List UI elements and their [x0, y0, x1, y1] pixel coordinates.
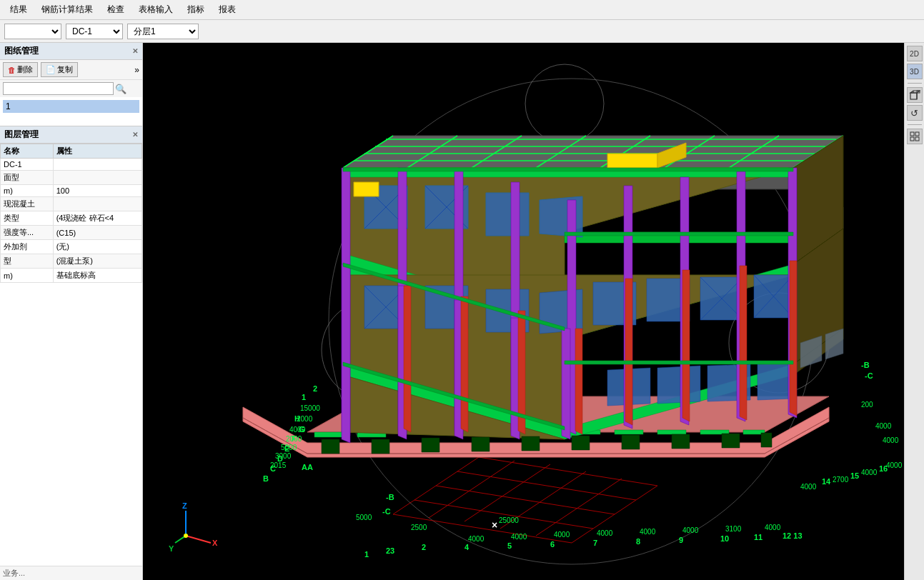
menu-check[interactable]: 检查 — [100, 1, 131, 19]
layer-panel-title: 图层管理 — [4, 129, 39, 141]
drawing-panel-close[interactable]: ✕ — [132, 47, 138, 55]
svg-text:1: 1 — [302, 393, 306, 401]
svg-text:Y: Y — [169, 544, 174, 553]
table-row[interactable]: m) 100 — [1, 185, 142, 197]
svg-text:200: 200 — [861, 401, 873, 409]
menu-rebar-calc[interactable]: 钢筋计算结果 — [34, 1, 100, 19]
menu-results[interactable]: 结果 — [3, 1, 34, 19]
row-name: (C15) — [53, 226, 141, 240]
toolbar-divider-2 — [908, 124, 922, 125]
svg-text:2700: 2700 — [833, 476, 849, 484]
svg-marker-117 — [472, 437, 490, 451]
main-layout: 图纸管理 ✕ 🗑 删除 📄 复制 » 🔍 1 — [0, 43, 924, 580]
svg-text:6: 6 — [550, 540, 555, 549]
layer-table: 名称 属性 DC-1 面型 — [0, 144, 142, 566]
drawing-item[interactable]: 1 — [3, 100, 139, 113]
menu-indicator[interactable]: 指标 — [180, 1, 212, 19]
copy-label: 复制 — [57, 64, 73, 75]
table-row[interactable]: 强度等... (C15) — [1, 226, 142, 240]
bottom-text: 业务... — [0, 566, 142, 580]
svg-text:X: X — [212, 539, 218, 547]
svg-marker-120 — [622, 435, 640, 449]
right-toolbar: 2D 3D ↺ — [904, 43, 924, 580]
layer-panel-close[interactable]: ✕ — [132, 131, 138, 139]
svg-marker-114 — [322, 439, 339, 454]
row-label-strength: 强度等... — [1, 226, 54, 240]
svg-text:2: 2 — [313, 384, 317, 393]
svg-rect-191 — [910, 132, 914, 136]
svg-text:2000: 2000 — [286, 435, 302, 443]
svg-text:4000: 4000 — [682, 526, 699, 534]
svg-text:12 13: 12 13 — [783, 531, 803, 540]
toolbar-select-dc1[interactable]: DC-1 — [66, 24, 123, 39]
table-row[interactable]: 面型 — [1, 171, 142, 185]
svg-marker-79 — [657, 366, 700, 404]
search-input[interactable] — [3, 82, 114, 95]
more-icon[interactable]: » — [134, 65, 139, 75]
left-panel: 图纸管理 ✕ 🗑 删除 📄 复制 » 🔍 1 — [0, 43, 143, 580]
svg-text:4000: 4000 — [765, 524, 781, 531]
svg-text:2: 2 — [422, 543, 426, 551]
svg-marker-115 — [372, 439, 389, 454]
svg-marker-19 — [314, 432, 343, 437]
svg-text:23: 23 — [386, 546, 394, 555]
box-view-button[interactable] — [907, 87, 923, 103]
copy-button[interactable]: 📄 复制 — [41, 62, 78, 77]
copy-icon: 📄 — [46, 65, 56, 74]
menu-table-input[interactable]: 表格输入 — [131, 1, 180, 19]
svg-text:4000: 4000 — [883, 436, 899, 444]
svg-marker-52 — [486, 193, 529, 236]
col-prop: 属性 — [53, 144, 141, 159]
row-label-type: 类型 — [1, 211, 54, 226]
viewport[interactable]: 1 23 2 4 5 6 7 8 9 10 11 12 13 14 15 16 … — [143, 43, 904, 580]
svg-marker-123 — [761, 433, 772, 447]
search-icon[interactable]: 🔍 — [115, 84, 126, 94]
svg-text:4000: 4000 — [511, 533, 527, 541]
svg-marker-122 — [722, 434, 740, 448]
row-name: 基础底标高 — [53, 269, 141, 283]
svg-text:7: 7 — [593, 539, 597, 547]
svg-text:4000: 4000 — [875, 422, 892, 430]
drawing-list: 1 — [0, 97, 142, 126]
menu-report[interactable]: 报表 — [212, 1, 243, 19]
svg-text:3100: 3100 — [725, 525, 742, 533]
svg-text:5000: 5000 — [281, 444, 297, 451]
svg-marker-97 — [562, 329, 570, 439]
svg-marker-108 — [354, 182, 379, 196]
delete-button[interactable]: 🗑 删除 — [3, 62, 38, 77]
svg-marker-118 — [522, 436, 540, 451]
svg-text:8: 8 — [636, 537, 640, 546]
table-row[interactable]: 类型 (4现浇砼 碎石<4 — [1, 211, 142, 226]
svg-marker-31 — [343, 136, 843, 168]
view-3d-button[interactable]: 3D — [907, 64, 923, 79]
rotate-button[interactable]: ↺ — [907, 105, 923, 121]
row-name: (混凝土泵) — [53, 254, 141, 269]
view-2d-button[interactable]: 2D — [907, 46, 923, 61]
table-row[interactable]: 现混凝土 — [1, 197, 142, 211]
svg-marker-104 — [740, 266, 747, 420]
toolbar-select-1[interactable] — [4, 24, 61, 39]
delete-icon: 🗑 — [8, 66, 16, 74]
svg-marker-99 — [461, 296, 468, 432]
svg-marker-113 — [565, 361, 793, 364]
svg-marker-106 — [607, 154, 657, 168]
svg-text:14: 14 — [822, 477, 831, 486]
svg-marker-109 — [343, 168, 793, 171]
menu-bar: 结果 钢筋计算结果 检查 表格输入 指标 报表 — [0, 0, 924, 20]
svg-point-185 — [184, 534, 188, 538]
toolbar-select-layer[interactable]: 分层1 分层2 分层3 — [127, 24, 199, 39]
toolbar: DC-1 分层1 分层2 分层3 — [0, 20, 924, 43]
delete-label: 删除 — [17, 64, 33, 75]
svg-text:4: 4 — [465, 543, 470, 551]
layer-management-panel: 图层管理 ✕ 名称 属性 DC-1 — [0, 126, 142, 580]
svg-text:4000: 4000 — [289, 426, 306, 434]
grid-button[interactable] — [907, 129, 923, 144]
table-row[interactable]: m) 基础底标高 — [1, 269, 142, 283]
table-row[interactable]: DC-1 — [1, 159, 142, 171]
svg-text:1: 1 — [364, 550, 369, 559]
table-row[interactable]: 外加剂 (无) — [1, 240, 142, 254]
svg-marker-98 — [404, 286, 411, 432]
row-label-additive: 外加剂 — [1, 240, 54, 254]
table-row[interactable]: 型 (混凝土泵) — [1, 254, 142, 269]
svg-rect-193 — [910, 137, 914, 141]
